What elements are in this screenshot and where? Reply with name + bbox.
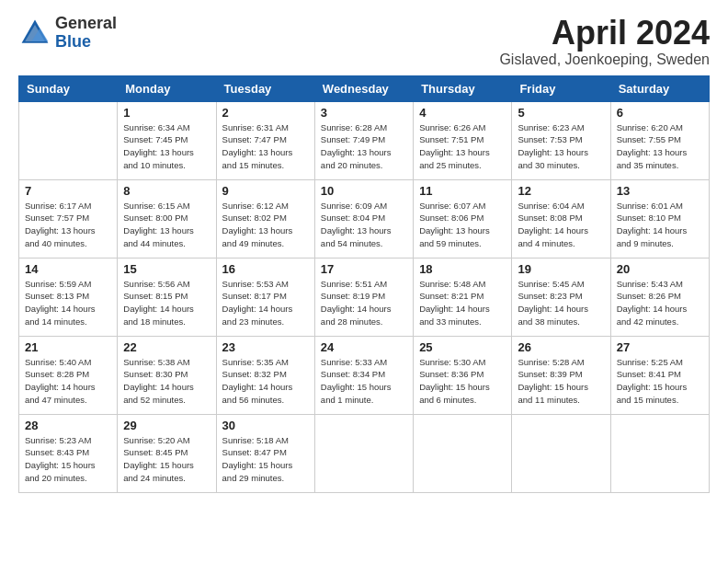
col-header-saturday: Saturday [610, 75, 709, 101]
day-info: Sunrise: 6:17 AMSunset: 7:57 PMDaylight:… [25, 200, 111, 250]
day-info: Sunrise: 6:23 AMSunset: 7:53 PMDaylight:… [518, 121, 604, 172]
week-row-4: 21Sunrise: 5:40 AMSunset: 8:28 PMDayligh… [19, 336, 710, 414]
calendar-cell: 7Sunrise: 6:17 AMSunset: 7:57 PMDaylight… [19, 179, 118, 258]
day-info: Sunrise: 5:53 AMSunset: 8:17 PMDaylight:… [222, 278, 309, 328]
day-info: Sunrise: 5:40 AMSunset: 8:28 PMDaylight:… [25, 356, 111, 407]
calendar-cell: 5Sunrise: 6:23 AMSunset: 7:53 PMDaylight… [512, 101, 610, 179]
calendar-table: SundayMondayTuesdayWednesdayThursdayFrid… [18, 75, 710, 493]
calendar-cell: 6Sunrise: 6:20 AMSunset: 7:55 PMDaylight… [610, 101, 709, 179]
calendar-cell: 14Sunrise: 5:59 AMSunset: 8:13 PMDayligh… [19, 258, 118, 336]
day-info: Sunrise: 5:23 AMSunset: 8:43 PMDaylight:… [25, 434, 111, 485]
day-info: Sunrise: 6:09 AMSunset: 8:04 PMDaylight:… [321, 200, 407, 250]
calendar-cell: 20Sunrise: 5:43 AMSunset: 8:26 PMDayligh… [610, 258, 709, 336]
week-row-5: 28Sunrise: 5:23 AMSunset: 8:43 PMDayligh… [19, 414, 710, 492]
calendar-cell: 4Sunrise: 6:26 AMSunset: 7:51 PMDaylight… [414, 101, 512, 179]
day-info: Sunrise: 6:26 AMSunset: 7:51 PMDaylight:… [419, 121, 506, 172]
calendar-cell: 8Sunrise: 6:15 AMSunset: 8:00 PMDaylight… [118, 179, 216, 258]
logo: General Blue [18, 15, 117, 52]
calendar-cell: 22Sunrise: 5:38 AMSunset: 8:30 PMDayligh… [118, 336, 216, 414]
day-number: 23 [222, 340, 309, 354]
calendar-cell: 27Sunrise: 5:25 AMSunset: 8:41 PMDayligh… [610, 336, 709, 414]
col-header-tuesday: Tuesday [216, 75, 314, 101]
day-info: Sunrise: 5:30 AMSunset: 8:36 PMDaylight:… [419, 356, 506, 407]
calendar-cell: 21Sunrise: 5:40 AMSunset: 8:28 PMDayligh… [19, 336, 118, 414]
calendar-cell: 18Sunrise: 5:48 AMSunset: 8:21 PMDayligh… [414, 258, 512, 336]
calendar-cell: 24Sunrise: 5:33 AMSunset: 8:34 PMDayligh… [314, 336, 413, 414]
day-number: 10 [321, 184, 407, 198]
day-number: 27 [617, 340, 703, 354]
calendar-cell [610, 414, 709, 492]
calendar-cell: 3Sunrise: 6:28 AMSunset: 7:49 PMDaylight… [314, 101, 413, 179]
logo-general-text: General [55, 15, 117, 33]
day-number: 26 [518, 340, 604, 354]
day-number: 8 [123, 184, 210, 198]
day-info: Sunrise: 6:20 AMSunset: 7:55 PMDaylight:… [617, 121, 703, 172]
day-number: 2 [222, 106, 309, 120]
day-number: 5 [518, 106, 604, 120]
day-number: 12 [518, 184, 604, 198]
day-number: 1 [123, 106, 210, 120]
calendar-cell: 19Sunrise: 5:45 AMSunset: 8:23 PMDayligh… [512, 258, 610, 336]
calendar-cell: 29Sunrise: 5:20 AMSunset: 8:45 PMDayligh… [118, 414, 216, 492]
day-number: 4 [419, 106, 506, 120]
day-info: Sunrise: 6:34 AMSunset: 7:45 PMDaylight:… [123, 121, 210, 172]
calendar-cell: 13Sunrise: 6:01 AMSunset: 8:10 PMDayligh… [610, 179, 709, 258]
day-number: 20 [617, 262, 703, 276]
day-number: 28 [25, 419, 111, 432]
page: General Blue April 2024 Gislaved, Joenko… [0, 0, 728, 508]
day-info: Sunrise: 5:56 AMSunset: 8:15 PMDaylight:… [123, 278, 210, 328]
day-number: 11 [419, 184, 506, 198]
calendar-cell [314, 414, 413, 492]
day-number: 7 [25, 184, 111, 198]
day-number: 24 [321, 340, 407, 354]
day-number: 13 [617, 184, 703, 198]
col-header-thursday: Thursday [414, 75, 512, 101]
logo-icon [18, 17, 51, 50]
day-info: Sunrise: 5:43 AMSunset: 8:26 PMDaylight:… [617, 278, 703, 328]
day-info: Sunrise: 5:35 AMSunset: 8:32 PMDaylight:… [222, 356, 309, 407]
day-info: Sunrise: 6:31 AMSunset: 7:47 PMDaylight:… [222, 121, 309, 172]
calendar-cell [512, 414, 610, 492]
logo-text: General Blue [55, 15, 117, 52]
calendar-cell: 15Sunrise: 5:56 AMSunset: 8:15 PMDayligh… [118, 258, 216, 336]
calendar-cell: 25Sunrise: 5:30 AMSunset: 8:36 PMDayligh… [414, 336, 512, 414]
day-info: Sunrise: 5:48 AMSunset: 8:21 PMDaylight:… [419, 278, 506, 328]
title-section: April 2024 Gislaved, Joenkoeping, Sweden [499, 15, 710, 68]
header: General Blue April 2024 Gislaved, Joenko… [18, 15, 710, 68]
day-number: 19 [518, 262, 604, 276]
day-info: Sunrise: 5:20 AMSunset: 8:45 PMDaylight:… [123, 434, 210, 485]
day-info: Sunrise: 5:18 AMSunset: 8:47 PMDaylight:… [222, 434, 309, 485]
day-number: 14 [25, 262, 111, 276]
day-number: 25 [419, 340, 506, 354]
day-info: Sunrise: 5:25 AMSunset: 8:41 PMDaylight:… [617, 356, 703, 407]
calendar-header-row: SundayMondayTuesdayWednesdayThursdayFrid… [19, 75, 710, 101]
day-info: Sunrise: 5:59 AMSunset: 8:13 PMDaylight:… [25, 278, 111, 328]
calendar-cell [19, 101, 118, 179]
calendar-cell: 30Sunrise: 5:18 AMSunset: 8:47 PMDayligh… [216, 414, 314, 492]
col-header-wednesday: Wednesday [314, 75, 413, 101]
day-info: Sunrise: 6:28 AMSunset: 7:49 PMDaylight:… [321, 121, 407, 172]
col-header-sunday: Sunday [19, 75, 118, 101]
calendar-cell: 26Sunrise: 5:28 AMSunset: 8:39 PMDayligh… [512, 336, 610, 414]
calendar-cell: 17Sunrise: 5:51 AMSunset: 8:19 PMDayligh… [314, 258, 413, 336]
calendar-cell: 9Sunrise: 6:12 AMSunset: 8:02 PMDaylight… [216, 179, 314, 258]
day-info: Sunrise: 5:45 AMSunset: 8:23 PMDaylight:… [518, 278, 604, 328]
calendar-cell: 16Sunrise: 5:53 AMSunset: 8:17 PMDayligh… [216, 258, 314, 336]
location-subtitle: Gislaved, Joenkoeping, Sweden [499, 52, 710, 68]
col-header-monday: Monday [118, 75, 216, 101]
week-row-3: 14Sunrise: 5:59 AMSunset: 8:13 PMDayligh… [19, 258, 710, 336]
day-number: 3 [321, 106, 407, 120]
day-number: 30 [222, 419, 309, 432]
day-info: Sunrise: 5:28 AMSunset: 8:39 PMDaylight:… [518, 356, 604, 407]
day-info: Sunrise: 5:51 AMSunset: 8:19 PMDaylight:… [321, 278, 407, 328]
logo-blue-text: Blue [55, 33, 117, 52]
calendar-cell: 12Sunrise: 6:04 AMSunset: 8:08 PMDayligh… [512, 179, 610, 258]
calendar-cell: 28Sunrise: 5:23 AMSunset: 8:43 PMDayligh… [19, 414, 118, 492]
day-info: Sunrise: 5:33 AMSunset: 8:34 PMDaylight:… [321, 356, 407, 407]
calendar-cell: 1Sunrise: 6:34 AMSunset: 7:45 PMDaylight… [118, 101, 216, 179]
day-number: 21 [25, 340, 111, 354]
day-number: 15 [123, 262, 210, 276]
day-number: 18 [419, 262, 506, 276]
calendar-cell: 10Sunrise: 6:09 AMSunset: 8:04 PMDayligh… [314, 179, 413, 258]
day-info: Sunrise: 6:15 AMSunset: 8:00 PMDaylight:… [123, 200, 210, 250]
